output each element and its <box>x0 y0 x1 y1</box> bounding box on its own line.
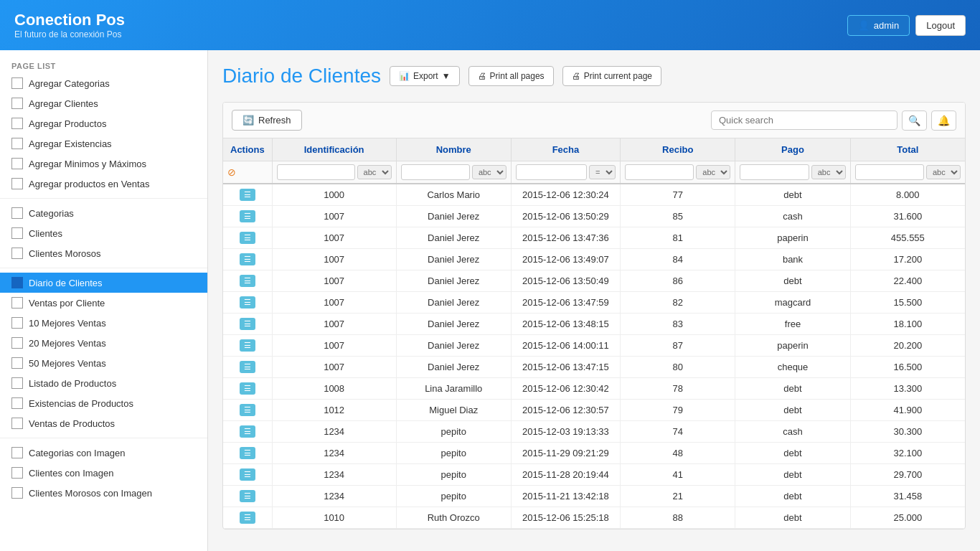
sidebar-checkbox-icon <box>11 337 23 349</box>
table-row: ☰1234pepito2015-11-21 13:42:1821debt31.4… <box>223 486 965 507</box>
sidebar-checkbox-icon <box>11 178 23 189</box>
row-action-button[interactable]: ☰ <box>240 447 255 459</box>
sidebar-items-container: Agregar CategoriasAgregar ClientesAgrega… <box>0 73 207 503</box>
sidebar-item-11[interactable]: 10 Mejores Ventas <box>0 313 207 333</box>
filter-total-input[interactable] <box>855 164 924 180</box>
col-header-pago: Pago <box>735 138 850 161</box>
filter-id-select[interactable]: abc <box>357 165 392 179</box>
fecha-cell: 2015-11-21 13:42:18 <box>511 486 620 507</box>
sidebar-item-1[interactable]: Agregar Clientes <box>0 93 207 113</box>
row-action-button[interactable]: ☰ <box>240 425 255 438</box>
row-action-button[interactable]: ☰ <box>240 490 255 502</box>
sidebar-item-3[interactable]: Agregar Existencias <box>0 133 207 154</box>
sidebar-item-17[interactable]: Categorias con Imagen <box>0 443 207 463</box>
sidebar-checkbox-icon <box>11 77 23 89</box>
row-action-button[interactable]: ☰ <box>240 404 255 416</box>
action-cell: ☰ <box>223 249 272 270</box>
filter-pago-input[interactable] <box>740 164 809 180</box>
pago-cell: debt <box>735 443 850 464</box>
action-cell: ☰ <box>223 206 272 227</box>
filter-button[interactable]: 🔔 <box>931 110 956 131</box>
sidebar-item-14[interactable]: Listado de Productos <box>0 373 207 393</box>
sidebar-item-2[interactable]: Agregar Productos <box>0 113 207 133</box>
recibo-cell: 21 <box>621 486 735 507</box>
filter-icon: ⊘ <box>227 166 236 178</box>
admin-button[interactable]: 👤 admin <box>847 15 910 36</box>
recibo-cell: 48 <box>621 443 735 464</box>
sidebar-item-7[interactable]: Clientes <box>0 223 207 243</box>
filter-fecha-select[interactable]: = <box>589 165 616 179</box>
sidebar-item-10[interactable]: Ventas por Cliente <box>0 293 207 313</box>
row-action-button[interactable]: ☰ <box>240 210 255 222</box>
row-action-button[interactable]: ☰ <box>240 382 255 395</box>
action-cell: ☰ <box>223 464 272 486</box>
col-header-recibo: Recibo <box>621 138 735 161</box>
sidebar-item-8[interactable]: Clientes Morosos <box>0 243 207 263</box>
sidebar-checkbox-icon <box>11 138 23 149</box>
print-current-button[interactable]: 🖨 Print current page <box>562 66 661 86</box>
row-action-button[interactable]: ☰ <box>240 232 255 244</box>
pago-cell: magcard <box>735 292 850 314</box>
filter-pago-select[interactable]: abc <box>811 165 846 179</box>
action-cell: ☰ <box>223 314 272 335</box>
filter-nombre-input[interactable] <box>401 164 470 180</box>
brand: Conection Pos El futuro de la conexión P… <box>14 11 125 39</box>
total-cell: 17.200 <box>850 249 965 270</box>
row-action-button[interactable]: ☰ <box>240 275 255 287</box>
sidebar-item-4[interactable]: Agregar Minimos y Máximos <box>0 154 207 174</box>
fecha-cell: 2015-12-06 12:30:24 <box>511 184 620 206</box>
filter-recibo-input[interactable] <box>625 164 694 180</box>
row-action-button[interactable]: ☰ <box>240 296 255 309</box>
recibo-cell: 81 <box>621 227 735 249</box>
id-cell: 1010 <box>272 507 396 529</box>
filter-id-input[interactable] <box>277 164 355 180</box>
table-row: ☰1008Lina Jaramillo2015-12-06 12:30:4278… <box>223 378 965 400</box>
row-action-button[interactable]: ☰ <box>240 512 255 524</box>
row-action-button[interactable]: ☰ <box>240 189 255 201</box>
sidebar-item-15[interactable]: Existencias de Productos <box>0 393 207 413</box>
row-action-button[interactable]: ☰ <box>240 468 255 481</box>
sidebar-item-13[interactable]: 50 Mejores Ventas <box>0 353 207 373</box>
sidebar-item-label: Clientes Morosos con Imagen <box>29 488 152 499</box>
nombre-cell: pepito <box>396 486 511 507</box>
pago-cell: cash <box>735 421 850 443</box>
filter-fecha-input[interactable] <box>516 164 587 180</box>
logout-button[interactable]: Logout <box>915 15 966 36</box>
sidebar-item-18[interactable]: Clientes con Imagen <box>0 463 207 483</box>
row-action-button[interactable]: ☰ <box>240 318 255 330</box>
row-action-button[interactable]: ☰ <box>240 339 255 352</box>
total-cell: 41.900 <box>850 400 965 421</box>
recibo-cell: 74 <box>621 421 735 443</box>
sidebar-item-19[interactable]: Clientes Morosos con Imagen <box>0 483 207 503</box>
col-header-total: Total <box>850 138 965 161</box>
print-all-button[interactable]: 🖨 Print all pages <box>468 66 554 86</box>
table-row: ☰1007Daniel Jerez2015-12-06 13:50:4986de… <box>223 270 965 292</box>
nombre-cell: pepito <box>396 421 511 443</box>
refresh-button[interactable]: 🔄 Refresh <box>232 110 302 131</box>
filter-total-select[interactable]: abc <box>926 165 961 179</box>
sidebar-item-6[interactable]: Categorias <box>0 203 207 223</box>
row-action-button[interactable]: ☰ <box>240 361 255 373</box>
sidebar-item-0[interactable]: Agregar Categorias <box>0 73 207 93</box>
row-action-button[interactable]: ☰ <box>240 253 255 265</box>
filter-recibo-select[interactable]: abc <box>696 165 730 179</box>
sidebar-item-12[interactable]: 20 Mejores Ventas <box>0 333 207 353</box>
export-button[interactable]: 📊 Export ▼ <box>390 66 460 86</box>
sidebar-item-9[interactable]: Diario de Clientes <box>0 273 207 293</box>
sidebar-item-label: 20 Mejores Ventas <box>29 338 106 349</box>
sidebar-item-5[interactable]: Agregar productos en Ventas <box>0 174 207 194</box>
nombre-cell: Daniel Jerez <box>396 314 511 335</box>
col-header-identificación: Identificación <box>272 138 396 161</box>
fecha-cell: 2015-12-06 13:48:15 <box>511 314 620 335</box>
search-area: 🔍 🔔 <box>711 110 956 131</box>
sidebar-item-16[interactable]: Ventas de Productos <box>0 413 207 433</box>
sidebar-item-label: Categorias <box>29 208 74 219</box>
search-button[interactable]: 🔍 <box>902 110 927 131</box>
id-cell: 1007 <box>272 227 396 249</box>
sidebar-item-label: Diario de Clientes <box>29 278 103 288</box>
filter-nombre-select[interactable]: abc <box>472 165 507 179</box>
nombre-cell: pepito <box>396 443 511 464</box>
search-input[interactable] <box>711 110 897 130</box>
sidebar-checkbox-icon <box>11 377 23 389</box>
table-container: 🔄 Refresh 🔍 🔔 ActionsIdentificaciónNombr <box>222 102 966 529</box>
